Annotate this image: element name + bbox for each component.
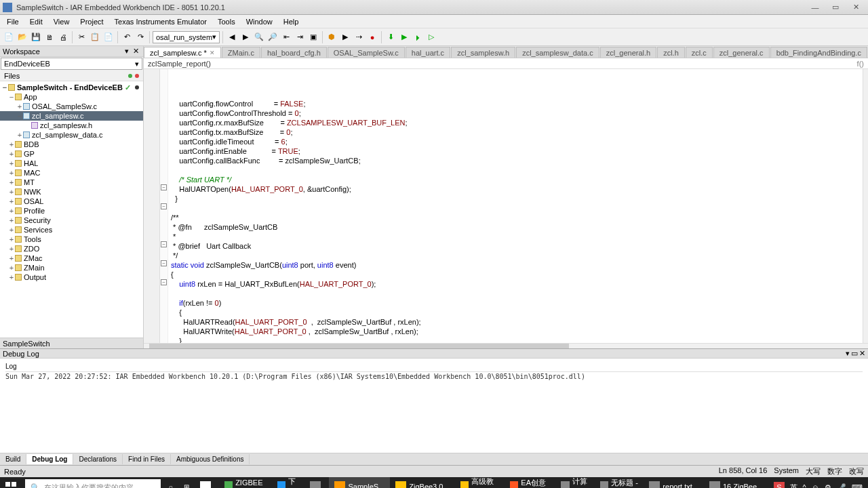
save-all-icon[interactable]: 🗎 [43, 31, 56, 43]
expander-icon[interactable]: + [16, 131, 23, 139]
taskbar-app[interactable] [195, 477, 219, 488]
expander-icon[interactable]: + [8, 140, 15, 148]
tray-up-icon[interactable]: ^ [803, 483, 806, 488]
editor-tab[interactable]: ZMain.c [222, 47, 260, 58]
code-line[interactable]: */ [171, 251, 860, 260]
tree-item[interactable]: +Security [0, 216, 143, 225]
menu-help[interactable]: Help [278, 16, 304, 27]
expander-icon[interactable]: + [8, 226, 15, 234]
open-file-icon[interactable]: 📂 [16, 31, 28, 43]
panel-pin-icon[interactable]: ▾ [123, 47, 130, 56]
ime-icon[interactable]: S [774, 482, 784, 488]
code-line[interactable]: * @brief Uart Callback [171, 241, 860, 251]
code-line[interactable]: { [171, 270, 860, 279]
code-line[interactable]: /** [171, 213, 860, 222]
code-line[interactable] [171, 289, 860, 298]
vscrollbar[interactable] [863, 69, 868, 343]
panel-pin-icon[interactable]: ▾ [846, 349, 850, 358]
editor-tab[interactable]: hal_board_cfg.h [261, 47, 327, 58]
panel-close-icon[interactable]: ✕ [132, 47, 140, 56]
cortana-icon[interactable]: ○ [163, 477, 178, 488]
tree-item[interactable]: +MT [0, 178, 143, 187]
close-button[interactable]: ✕ [846, 1, 865, 14]
code-line[interactable]: * @fn zclSampleSw_UartCB [171, 222, 860, 232]
code-line[interactable]: uartConfig.idleTimeout = 6; [171, 137, 860, 146]
editor-tab[interactable]: hal_uart.c [406, 47, 450, 58]
nav-fwd-icon[interactable]: ▶ [239, 31, 252, 43]
bookmark-prev-icon[interactable]: ⇤ [280, 31, 292, 43]
code-line[interactable]: HalUARTOpen(HAL_UART_PORT_0, &uartConfig… [171, 184, 860, 194]
replace-icon[interactable]: 🔎 [267, 31, 279, 43]
lang-indicator[interactable]: 英 [790, 483, 797, 489]
bottom-tab-find-in-files[interactable]: Find in Files [123, 454, 171, 464]
tree-item[interactable]: +BDB [0, 140, 143, 149]
debug-icon[interactable]: ▶ [398, 31, 410, 43]
code-editor[interactable]: −−−−−−− uartConfig.flowControl = FALSE; … [144, 69, 868, 343]
menu-project[interactable]: Project [75, 16, 108, 27]
expander-icon[interactable]: + [8, 188, 15, 196]
tree-item[interactable]: +Profile [0, 206, 143, 216]
editor-tab[interactable]: OSAL_SampleSw.c [328, 47, 405, 58]
toggle-bookmark-icon[interactable]: ▣ [307, 31, 319, 43]
redo-icon[interactable]: ↷ [134, 31, 146, 43]
code-line[interactable]: } [171, 336, 860, 343]
download-icon[interactable]: ⬇ [384, 31, 397, 43]
taskbar-app[interactable]: 高级教程... [455, 477, 505, 488]
tree-item[interactable]: +ZMac [0, 253, 143, 263]
expander-icon[interactable]: + [16, 102, 23, 110]
editor-tab[interactable]: zcl.c [686, 47, 713, 58]
code-line[interactable]: HalUARTWrite(HAL_UART_PORT_0 , zclSample… [171, 327, 860, 336]
maximize-button[interactable]: ▭ [826, 1, 845, 14]
minimize-button[interactable]: — [806, 1, 825, 14]
tree-item[interactable]: +HAL [0, 159, 143, 168]
code-line[interactable]: uartConfig.intEnable = TRUE; [171, 146, 860, 156]
code-line[interactable] [171, 165, 860, 175]
code-line[interactable]: uartConfig.rx.maxBufSize = ZCLSAMPLESW_U… [171, 118, 860, 127]
menu-texas-instruments-emulator[interactable]: Texas Instruments Emulator [109, 16, 212, 27]
tray-settings-icon[interactable]: ⚙ [825, 483, 831, 489]
build-config-dropdown[interactable]: EndDeviceEB▾ [1, 58, 142, 70]
code-line[interactable]: uartConfig.callBackFunc = zclSampleSw_Ua… [171, 156, 860, 165]
expander-icon[interactable]: − [1, 83, 8, 92]
fold-toggle-icon[interactable]: − [161, 260, 167, 266]
taskbar-search[interactable]: 🔍 在这里输入你要搜索的内容 [25, 479, 161, 488]
stop-build-icon[interactable]: ▶ [339, 31, 351, 43]
expander-icon[interactable]: + [8, 254, 15, 262]
tree-item[interactable]: +MAC [0, 168, 143, 178]
taskbar-app[interactable] [304, 477, 329, 488]
compile-icon[interactable]: ⇢ [353, 31, 365, 43]
editor-tab[interactable]: zcl_general.h [600, 47, 656, 58]
code-line[interactable]: uartConfig.tx.maxBufSize = 0; [171, 127, 860, 137]
code-line[interactable]: if(rxLen != 0) [171, 298, 860, 308]
tray-keyboard-icon[interactable]: ⌨ [852, 483, 863, 489]
tree-item[interactable]: +Services [0, 225, 143, 235]
code-line[interactable]: HalUARTRead(HAL_UART_PORT_0 , zclSampleS… [171, 317, 860, 327]
task-view-icon[interactable]: ⊞ [178, 477, 195, 488]
taskbar-app[interactable]: 计算器 [555, 477, 595, 488]
expander-icon[interactable]: + [8, 264, 15, 272]
hscrollbar[interactable] [144, 343, 868, 348]
fold-toggle-icon[interactable]: − [161, 241, 167, 247]
expander-icon[interactable]: + [8, 197, 15, 205]
editor-tab[interactable]: zcl_samplesw.c *✕ [144, 47, 221, 58]
expander-icon[interactable]: + [8, 245, 15, 253]
expander-icon[interactable]: + [8, 207, 15, 215]
tree-item[interactable]: −SampleSwitch - EndDeviceEB✓ [0, 83, 143, 92]
tree-item[interactable]: −zcl_samplesw.c [0, 111, 143, 121]
editor-tab[interactable]: zcl_general.c [713, 47, 770, 58]
tree-item[interactable]: +OSAL_SampleSw.c [0, 102, 143, 111]
menu-view[interactable]: View [48, 16, 75, 27]
expander-icon[interactable]: + [8, 273, 15, 281]
tree-item[interactable]: +ZDO [0, 244, 143, 253]
menu-window[interactable]: Window [241, 16, 278, 27]
nav-back-icon[interactable]: ◀ [226, 31, 238, 43]
editor-tab[interactable]: zcl.h [657, 47, 685, 58]
taskbar-app[interactable]: EA创意ZI... [505, 477, 555, 488]
menu-edit[interactable]: Edit [24, 16, 48, 27]
make-icon[interactable]: ⬢ [326, 31, 338, 43]
taskbar-app[interactable]: 16.ZigBee... [704, 477, 768, 488]
tab-close-icon[interactable]: ✕ [210, 49, 215, 56]
expander-icon[interactable]: + [8, 216, 15, 224]
code-line[interactable]: /* Start UART */ [171, 175, 860, 184]
menu-tools[interactable]: Tools [212, 16, 241, 27]
